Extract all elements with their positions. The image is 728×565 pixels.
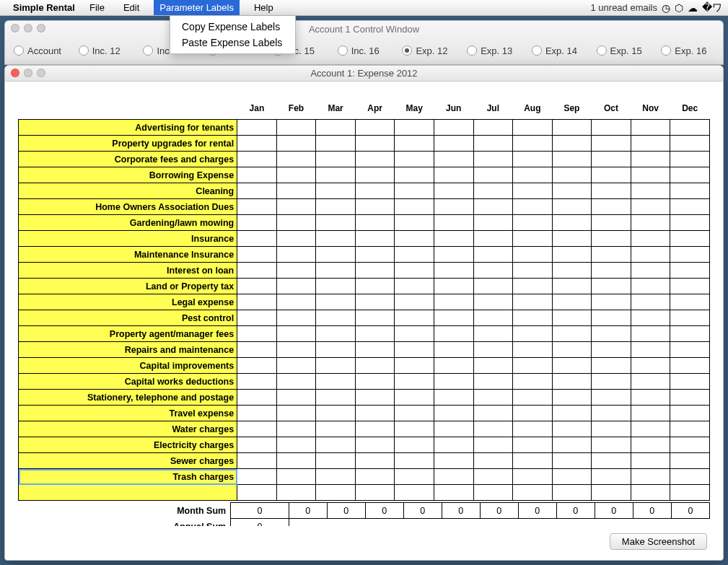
cell[interactable]: [670, 199, 710, 215]
cell[interactable]: [395, 469, 434, 485]
cell[interactable]: [513, 167, 553, 183]
cell[interactable]: [513, 136, 553, 152]
cell[interactable]: [316, 152, 356, 167]
cell[interactable]: [316, 279, 356, 294]
dropdown-item-paste-expense-labels[interactable]: Paste Expense Labels: [170, 35, 295, 51]
cell[interactable]: [434, 421, 473, 437]
cell[interactable]: [552, 136, 592, 152]
cell[interactable]: [670, 421, 710, 437]
cell[interactable]: [355, 374, 395, 390]
cell[interactable]: [473, 263, 513, 279]
cell[interactable]: [237, 183, 277, 199]
cell[interactable]: [552, 406, 592, 421]
cell[interactable]: [670, 342, 710, 358]
cell[interactable]: [316, 437, 356, 453]
cell[interactable]: [276, 437, 316, 453]
cell[interactable]: [316, 183, 356, 199]
cell[interactable]: [276, 390, 316, 406]
cell[interactable]: [473, 199, 513, 215]
cell[interactable]: [237, 294, 277, 310]
cell[interactable]: [670, 390, 710, 406]
annual-sum-value[interactable]: 0: [231, 519, 289, 527]
cell[interactable]: [276, 358, 316, 374]
cell[interactable]: [237, 406, 277, 421]
cell[interactable]: [473, 358, 513, 374]
cell[interactable]: [670, 279, 710, 294]
cell[interactable]: [631, 183, 670, 199]
menu-file[interactable]: File: [85, 1, 109, 14]
cell[interactable]: [552, 374, 592, 390]
cell[interactable]: [473, 152, 513, 167]
cell[interactable]: [473, 310, 513, 326]
cell[interactable]: [513, 215, 553, 231]
radio-inc-16[interactable]: Inc. 16: [332, 45, 397, 56]
cell[interactable]: [237, 310, 277, 326]
cell[interactable]: [276, 374, 316, 390]
cell[interactable]: [434, 215, 473, 231]
cell[interactable]: [592, 136, 631, 152]
cell[interactable]: [237, 152, 277, 167]
cell[interactable]: [395, 358, 434, 374]
menu-help[interactable]: Help: [250, 1, 278, 14]
cell[interactable]: [473, 215, 513, 231]
cell[interactable]: [513, 294, 553, 310]
cell[interactable]: [473, 406, 513, 421]
cell[interactable]: [631, 421, 670, 437]
cell[interactable]: [237, 279, 277, 294]
radio-exp-16[interactable]: Exp. 16: [655, 45, 720, 56]
cell[interactable]: [592, 342, 631, 358]
cell[interactable]: [355, 326, 395, 342]
cell[interactable]: [276, 183, 316, 199]
cell[interactable]: [592, 279, 631, 294]
cell[interactable]: [670, 294, 710, 310]
cell[interactable]: [670, 247, 710, 263]
cell[interactable]: [434, 437, 473, 453]
cell[interactable]: [434, 374, 473, 390]
cell[interactable]: [434, 247, 473, 263]
wifi-icon[interactable]: �ワ: [702, 1, 722, 14]
cell[interactable]: [395, 326, 434, 342]
cell[interactable]: [434, 406, 473, 421]
cell[interactable]: [670, 326, 710, 342]
cell[interactable]: [592, 406, 631, 421]
row-label[interactable]: Land or Property tax: [19, 279, 237, 294]
radio-exp-12[interactable]: Exp. 12: [396, 45, 461, 56]
cell[interactable]: [395, 231, 434, 247]
cell[interactable]: [592, 453, 631, 469]
row-label[interactable]: Corporate fees and charges: [19, 152, 237, 167]
cell[interactable]: [276, 326, 316, 342]
cell[interactable]: [631, 437, 670, 453]
row-label[interactable]: Borrowing Expense: [19, 167, 237, 183]
close-icon[interactable]: [11, 24, 19, 32]
cell[interactable]: [670, 374, 710, 390]
row-label[interactable]: Property upgrades for rental: [19, 136, 237, 152]
cell[interactable]: [592, 167, 631, 183]
cell[interactable]: [355, 263, 395, 279]
cell[interactable]: [237, 247, 277, 263]
cell[interactable]: [592, 294, 631, 310]
cell[interactable]: [316, 374, 356, 390]
cell[interactable]: [395, 294, 434, 310]
cell[interactable]: [237, 374, 277, 390]
cell[interactable]: [355, 421, 395, 437]
cell[interactable]: [355, 231, 395, 247]
zoom-icon[interactable]: [37, 24, 45, 32]
cell[interactable]: [473, 294, 513, 310]
cell[interactable]: [434, 342, 473, 358]
cell[interactable]: [316, 136, 356, 152]
cell[interactable]: [631, 374, 670, 390]
cell[interactable]: [395, 263, 434, 279]
month-sum-cell[interactable]: 0: [595, 503, 633, 519]
cell[interactable]: [670, 183, 710, 199]
cell[interactable]: [513, 310, 553, 326]
cell[interactable]: [237, 453, 277, 469]
row-label[interactable]: Pest control: [19, 310, 237, 326]
cell[interactable]: [552, 231, 592, 247]
cell[interactable]: [355, 453, 395, 469]
cell[interactable]: [670, 485, 710, 501]
month-sum-cell[interactable]: 0: [442, 503, 480, 519]
cell[interactable]: [552, 247, 592, 263]
cell[interactable]: [395, 485, 434, 501]
cell[interactable]: [513, 199, 553, 215]
cell[interactable]: [316, 421, 356, 437]
